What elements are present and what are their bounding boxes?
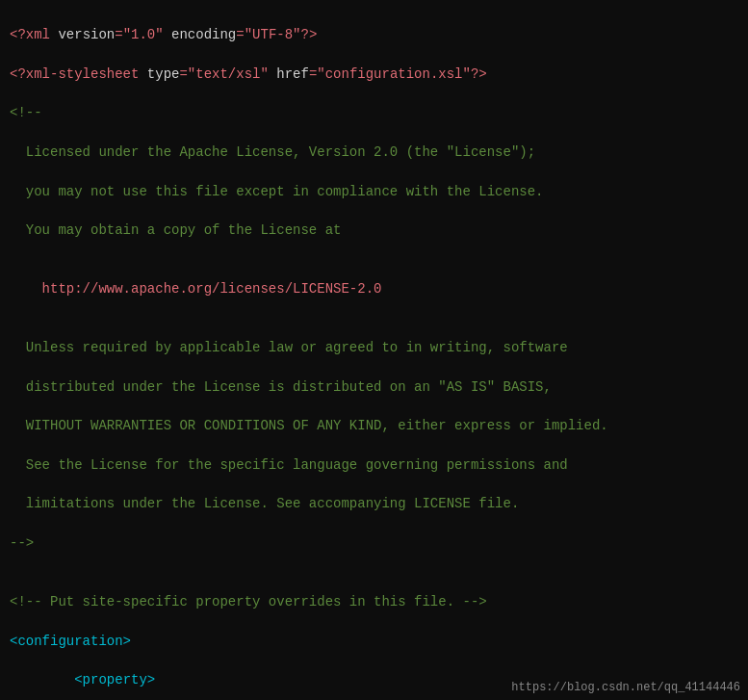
- line-10: Unless required by applicable law or agr…: [10, 338, 738, 357]
- line-4: Licensed under the Apache License, Versi…: [10, 143, 738, 162]
- line-11: distributed under the License is distrib…: [10, 377, 738, 397]
- line-2: <?xml-stylesheet type="text/xsl" href="c…: [10, 65, 738, 84]
- line-8: http://www.apache.org/licenses/LICENSE-2…: [10, 279, 738, 298]
- line-17: <!-- Put site-specific property override…: [10, 592, 738, 611]
- line-3: <!--: [10, 103, 738, 122]
- line-13: See the License for the specific languag…: [10, 455, 738, 475]
- line-15: -->: [10, 533, 738, 553]
- line-6: You may obtain a copy of the License at: [10, 220, 738, 240]
- status-bar: https://blog.csdn.net/qq_41144446: [503, 676, 748, 700]
- status-url: https://blog.csdn.net/qq_41144446: [511, 681, 740, 694]
- line-5: you may not use this file except in comp…: [10, 182, 738, 201]
- code-editor: <?xml version="1.0" encoding="UTF-8"?> <…: [0, 0, 748, 700]
- line-12: WITHOUT WARRANTIES OR CONDITIONS OF ANY …: [10, 416, 738, 435]
- line-14: limitations under the License. See accom…: [10, 494, 738, 513]
- line-1: <?xml version="1.0" encoding="UTF-8"?>: [10, 25, 738, 44]
- line-18: <configuration>: [10, 632, 738, 651]
